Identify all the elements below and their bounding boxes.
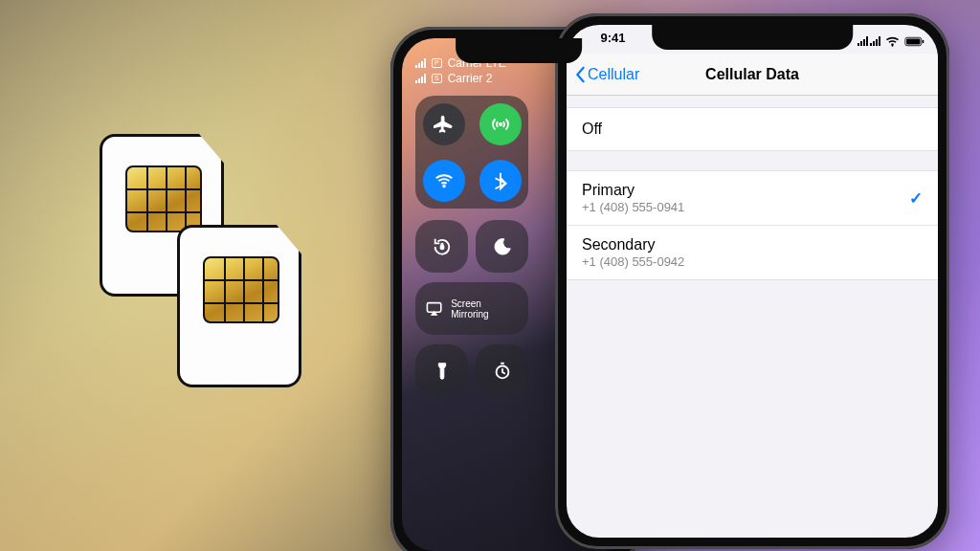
svg-point-5	[892, 44, 894, 46]
connectivity-group	[415, 96, 528, 209]
svg-point-0	[499, 122, 501, 125]
chevron-left-icon	[574, 66, 586, 83]
bluetooth-toggle[interactable]	[479, 160, 522, 202]
carrier-2-label: Carrier 2	[448, 71, 493, 86]
notch	[652, 25, 853, 50]
airplane-icon	[434, 114, 455, 135]
lines-group: Primary +1 (408) 555-0941 ✓ Secondary +1…	[567, 170, 938, 280]
signal-bars-icon	[415, 58, 426, 68]
off-group: Off	[567, 107, 938, 151]
cell-secondary[interactable]: Secondary +1 (408) 555-0942	[567, 225, 938, 279]
cellular-data-toggle[interactable]	[479, 103, 522, 145]
svg-rect-2	[440, 245, 444, 250]
flashlight-toggle[interactable]	[415, 344, 468, 397]
airplane-mode-toggle[interactable]	[423, 103, 465, 145]
screen-mirroring-button[interactable]: Screen Mirroring	[415, 282, 528, 335]
cell-primary[interactable]: Primary +1 (408) 555-0941 ✓	[567, 171, 938, 225]
screen-mirroring-label: Screen Mirroring	[451, 298, 519, 320]
antenna-icon	[490, 114, 511, 135]
back-label: Cellular	[588, 66, 639, 83]
cell-off-label: Off	[582, 121, 923, 138]
lock-rotation-icon	[432, 236, 453, 257]
hero-background: P Carrier LTE S Carrier 2	[0, 0, 980, 551]
checkmark-icon: ✓	[909, 188, 923, 209]
battery-icon	[904, 36, 925, 47]
sim-badge-primary: P	[432, 58, 442, 68]
cell-secondary-number: +1 (408) 555-0942	[582, 254, 923, 269]
back-button[interactable]: Cellular	[567, 66, 639, 83]
cell-primary-number: +1 (408) 555-0941	[582, 200, 923, 214]
wifi-icon	[885, 36, 900, 47]
notch	[456, 38, 582, 63]
sim-badge-secondary: S	[432, 74, 442, 83]
wifi-icon	[434, 170, 455, 191]
svg-point-1	[442, 185, 445, 187]
orientation-lock-toggle[interactable]	[415, 220, 468, 273]
bluetooth-icon	[490, 170, 511, 191]
svg-rect-8	[923, 39, 924, 42]
flashlight-icon	[432, 361, 453, 382]
sim-card-2	[177, 225, 301, 387]
cell-off[interactable]: Off	[567, 108, 938, 150]
cell-secondary-label: Secondary	[582, 236, 923, 253]
dual-signal-icon	[858, 36, 880, 46]
signal-bars-icon	[415, 74, 426, 83]
wifi-toggle[interactable]	[423, 160, 465, 202]
moon-icon	[492, 236, 513, 257]
phone-settings: 9:41 Cellular Cellular Data	[555, 13, 949, 549]
timer-icon	[492, 361, 513, 382]
navigation-bar: Cellular Cellular Data	[567, 54, 938, 96]
timer-button[interactable]	[476, 344, 528, 397]
do-not-disturb-toggle[interactable]	[476, 220, 528, 273]
cell-primary-label: Primary	[582, 182, 923, 199]
airplay-icon	[425, 299, 443, 319]
svg-rect-7	[906, 38, 920, 44]
